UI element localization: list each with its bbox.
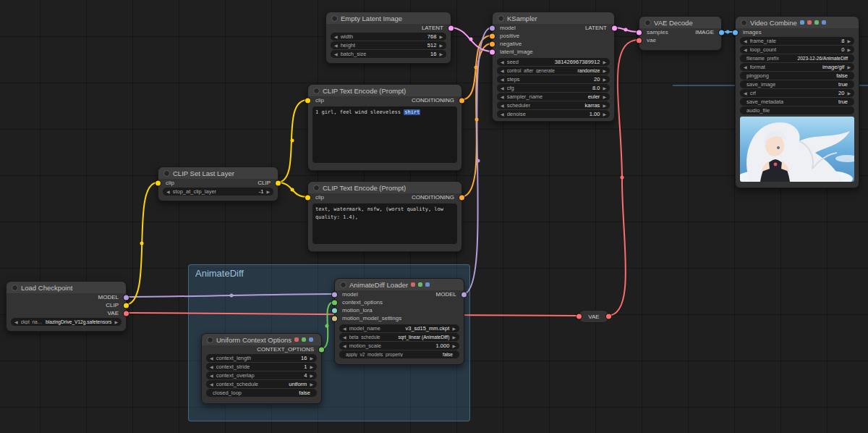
node-uniform-context-options[interactable]: Uniform Context Options CONTEXT_OPTIONS … [201,333,322,404]
context-overlap-widget[interactable]: ◀context_overlap4▶ [206,371,317,379]
height-widget[interactable]: ◀height512▶ [331,41,446,49]
negative-input-port[interactable] [490,41,495,46]
frame-rate-widget[interactable]: ◀frame_rate8▶ [740,37,854,45]
filename-prefix-widget[interactable]: filename_prefix2023-12-26/AnimateDiff [740,54,854,62]
decrement-arrow-icon[interactable]: ◀ [744,91,747,96]
context-stride-widget[interactable]: ◀context_stride1▶ [206,363,317,371]
decrement-arrow-icon[interactable]: ◀ [343,327,346,331]
motion-model-settings-input-port[interactable] [332,316,337,321]
increment-arrow-icon[interactable]: ▶ [847,65,851,70]
cfg-widget[interactable]: ◀cfg8.0▶ [497,84,610,92]
decrement-arrow-icon[interactable]: ◀ [14,320,18,324]
collapse-dot-icon[interactable] [313,185,320,191]
increment-arrow-icon[interactable]: ▶ [439,43,443,48]
increment-arrow-icon[interactable]: ▶ [452,335,456,340]
latent-output-port[interactable] [612,25,617,30]
vae-input-port[interactable] [637,38,642,43]
increment-arrow-icon[interactable]: ▶ [603,112,606,117]
increment-arrow-icon[interactable]: ▶ [603,86,606,91]
model-input-port[interactable] [490,25,495,30]
model-name-widget[interactable]: ◀model_namev3_sd15_mm.ckpt▶ [339,324,459,332]
node-animatediff-loader[interactable]: AnimateDiff Loader modelMODEL context_op… [334,278,464,365]
decrement-arrow-icon[interactable]: ◀ [501,95,504,99]
decrement-arrow-icon[interactable]: ◀ [501,60,504,64]
node-ksampler[interactable]: KSampler modelLATENT positive negative l… [492,12,615,122]
format-widget[interactable]: ◀formatimage/gif▶ [740,63,854,71]
decrement-arrow-icon[interactable]: ◀ [343,344,346,348]
decrement-arrow-icon[interactable]: ◀ [210,365,213,369]
vae-output-port[interactable] [124,311,129,316]
decrement-arrow-icon[interactable]: ◀ [210,382,213,387]
increment-arrow-icon[interactable]: ▶ [452,344,456,348]
ckpt-name-widget[interactable]: ◀ckpt_nameblazingDrive_V12g.safetensors▶ [11,318,122,326]
node-clip-text-encode-negative[interactable]: CLIP Text Encode (Prompt) clipCONDITIONI… [307,181,462,252]
node-vae-decode[interactable]: VAE Decode samplesIMAGE vae [639,16,722,51]
increment-arrow-icon[interactable]: ▶ [114,320,118,324]
decrement-arrow-icon[interactable]: ◀ [334,52,338,56]
increment-arrow-icon[interactable]: ▶ [310,356,313,361]
increment-arrow-icon[interactable]: ▶ [603,77,606,82]
context-length-widget[interactable]: ◀context_length16▶ [206,354,317,362]
denoise-widget[interactable]: ◀denoise1.00▶ [497,110,610,118]
context-schedule-widget[interactable]: ◀context_scheduleuniform▶ [206,380,317,388]
negative-prompt-textarea[interactable]: text, watermark, nsfw, (worst quality, l… [312,203,457,244]
decrement-arrow-icon[interactable]: ◀ [501,69,504,73]
latent-image-input-port[interactable] [490,49,495,54]
loop-count-widget[interactable]: ◀loop_count0▶ [740,46,854,54]
increment-arrow-icon[interactable]: ▶ [266,190,270,194]
collapse-dot-icon[interactable] [313,88,320,94]
increment-arrow-icon[interactable]: ▶ [847,39,851,43]
control-after-generate-widget[interactable]: ◀control_after_generaterandomize▶ [497,67,610,75]
increment-arrow-icon[interactable]: ▶ [310,382,313,387]
images-input-port[interactable] [733,30,738,35]
vae-input-port[interactable] [576,314,582,319]
audio-file-widget[interactable]: audio_file [740,106,854,114]
seed-widget[interactable]: ◀seed381426967389912▶ [497,58,610,66]
collapse-dot-icon[interactable] [331,15,338,22]
node-empty-latent-image[interactable]: Empty Latent Image LATENT ◀width768▶ ◀he… [326,12,451,64]
node-load-checkpoint[interactable]: Load Checkpoint MODEL CLIP VAE ◀ckpt_nam… [6,281,127,332]
node-vae-reroute[interactable]: VAE [579,310,609,323]
clip-input-port[interactable] [156,180,161,185]
model-output-port[interactable] [124,295,129,300]
vae-output-port[interactable] [606,314,611,319]
model-output-port[interactable] [461,292,467,297]
clip-input-port[interactable] [305,195,310,200]
samples-input-port[interactable] [637,30,642,35]
increment-arrow-icon[interactable]: ▶ [439,52,443,56]
beta-schedule-widget[interactable]: ◀beta_schedulesqrt_linear (AnimateDiff)▶ [339,333,459,341]
context-options-input-port[interactable] [332,300,337,305]
increment-arrow-icon[interactable]: ▶ [452,327,456,331]
conditioning-output-port[interactable] [459,195,464,200]
increment-arrow-icon[interactable]: ▶ [603,104,606,108]
crf-widget[interactable]: ◀crf20▶ [740,89,854,97]
stop-at-clip-layer-widget[interactable]: ◀stop_at_clip_layer-1▶ [163,188,273,196]
clip-input-port[interactable] [305,98,310,103]
decrement-arrow-icon[interactable]: ◀ [744,48,747,52]
scheduler-widget[interactable]: ◀schedulerkarras▶ [497,101,610,109]
decrement-arrow-icon[interactable]: ◀ [501,77,504,82]
clip-output-port[interactable] [276,180,281,185]
context-options-output-port[interactable] [319,347,324,352]
decrement-arrow-icon[interactable]: ◀ [501,104,504,108]
collapse-dot-icon[interactable] [498,15,504,22]
motion-lora-input-port[interactable] [332,308,337,313]
motion-scale-widget[interactable]: ◀motion_scale1.000▶ [339,342,459,350]
decrement-arrow-icon[interactable]: ◀ [210,356,213,361]
collapse-dot-icon[interactable] [741,20,747,26]
decrement-arrow-icon[interactable]: ◀ [343,335,346,340]
width-widget[interactable]: ◀width768▶ [331,33,446,41]
decrement-arrow-icon[interactable]: ◀ [744,65,747,70]
decrement-arrow-icon[interactable]: ◀ [501,86,504,91]
decrement-arrow-icon[interactable]: ◀ [166,190,170,194]
model-input-port[interactable] [332,292,337,297]
closed-loop-toggle[interactable]: closed_loopfalse [206,389,317,397]
increment-arrow-icon[interactable]: ▶ [847,48,851,52]
collapse-dot-icon[interactable] [207,337,213,343]
sampler-name-widget[interactable]: ◀sampler_nameeuler▶ [497,93,610,101]
increment-arrow-icon[interactable]: ▶ [439,35,443,39]
increment-arrow-icon[interactable]: ▶ [603,69,606,73]
steps-widget[interactable]: ◀steps20▶ [497,75,610,83]
node-graph-canvas[interactable]: AnimateDiff [0,0,868,433]
collapse-dot-icon[interactable] [340,282,346,288]
